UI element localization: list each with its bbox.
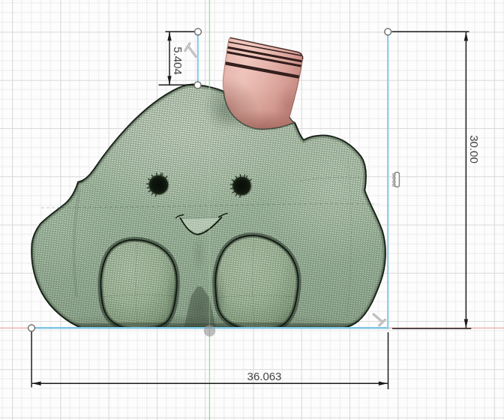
svg-text:36.063: 36.063 xyxy=(248,370,282,382)
svg-text:5.404: 5.404 xyxy=(172,46,184,75)
svg-text:30.00: 30.00 xyxy=(468,135,481,164)
